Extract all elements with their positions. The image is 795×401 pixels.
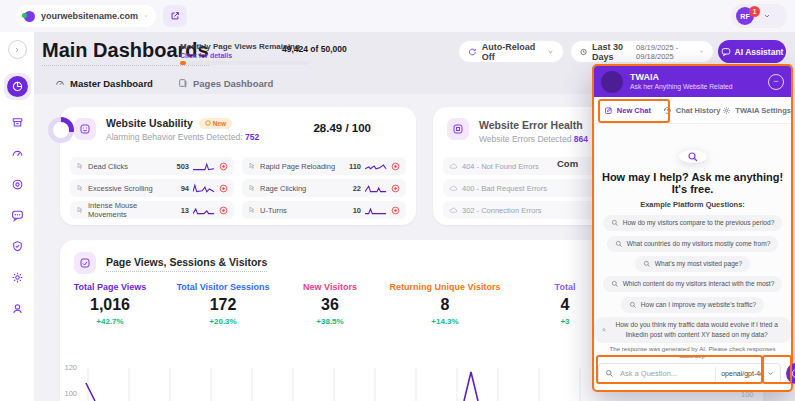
stat-change: +20.3% — [176, 317, 269, 326]
sidebar-item-archive[interactable] — [9, 114, 26, 131]
date-range-picker[interactable]: Last 30 Days 08/19/2025 - 09/18/2025 — [570, 40, 714, 63]
sidebar-item-speed[interactable] — [9, 145, 26, 162]
external-link-icon — [170, 11, 180, 21]
metric-row-u-turns: U-Turns 10 — [242, 201, 406, 219]
auto-reload-toggle[interactable]: Auto-Reload Off — [458, 40, 564, 63]
cursor-icon — [248, 184, 256, 192]
sidebar-toggle-button[interactable] — [8, 40, 27, 59]
question-input[interactable] — [618, 368, 711, 379]
error-subtitle: Website Errors Detected 864 — [479, 134, 588, 144]
chat-bubble-icon — [11, 209, 24, 222]
chevron-down-icon — [144, 12, 148, 20]
question-text: What countries do my visitors mostly com… — [627, 239, 771, 249]
metric-row-rage-clicking: Rage Clicking 22 — [242, 179, 406, 197]
twaia-chat-panel: TWAIA Ask her Anything Website Related −… — [592, 64, 793, 392]
question-chip[interactable]: How do my visitors compare to the previo… — [603, 215, 783, 231]
stat-returning-unique-visitors: Returning Unique Visitors 8 +14.3% — [390, 282, 501, 326]
metric-label: Excessive Scrolling — [88, 184, 177, 193]
sparkline — [365, 205, 387, 215]
tab-label: Pages Dashboard — [193, 78, 273, 89]
send-button[interactable] — [786, 363, 795, 384]
sidebar-item-feedback[interactable] — [9, 207, 26, 224]
traffic-card-icon — [74, 252, 96, 274]
stat-value: 4 — [555, 296, 576, 314]
tab-master-dashboard[interactable]: Master Dashboard — [55, 72, 153, 96]
quota-value: 49,424 of 50,000 — [282, 44, 347, 54]
tab-chat-history[interactable]: Chat History — [661, 106, 722, 115]
sidebar-item-visitors[interactable] — [9, 300, 26, 317]
errors-count: 864 — [574, 134, 588, 144]
ai-assistant-button[interactable]: AI Assistant — [718, 40, 786, 63]
events-count: 752 — [245, 132, 259, 142]
usability-card-icon — [74, 118, 96, 140]
gear-icon — [11, 271, 24, 284]
metric-value: 110 — [349, 162, 361, 171]
question-chip[interactable]: How can I improve my website's traffic? — [621, 297, 764, 313]
stat-label: Total — [555, 282, 576, 292]
history-icon — [663, 106, 672, 115]
question-chip[interactable]: What countries do my visitors mostly com… — [607, 236, 779, 252]
usability-score: 28.49 / 100 — [313, 122, 371, 134]
stat-total-visitor-sessions: Total Visitor Sessions 172 +20.3% — [176, 282, 269, 326]
pages-tab-icon — [178, 78, 188, 88]
chevron-right-icon — [13, 46, 21, 54]
sidebar-item-security[interactable] — [9, 238, 26, 255]
question-chip[interactable]: How do you think my traffic data would e… — [594, 317, 791, 343]
question-chip[interactable]: Which content do my visitors interact wi… — [603, 276, 783, 292]
view-recordings-icon[interactable] — [391, 184, 400, 193]
example-questions: How do my visitors compare to the previo… — [594, 215, 791, 343]
site-selector[interactable]: yourwebsitename.com — [16, 5, 156, 27]
sidebar-item-dashboards[interactable] — [4, 73, 31, 100]
question-text: How do you think my traffic data would e… — [611, 320, 784, 340]
metric-row-excessive-scrolling: Excessive Scrolling 94 — [70, 179, 234, 197]
question-chip[interactable]: What's my most visited page? — [635, 256, 750, 272]
question-text: Which content do my visitors interact wi… — [623, 279, 775, 289]
search-sparkle-icon — [629, 301, 637, 309]
chat-footer: The response was generated by AI. Please… — [594, 343, 791, 390]
chat-tabs: New Chat Chat History TWAIA Settings — [594, 97, 791, 124]
user-menu[interactable]: RF 1 — [731, 4, 787, 28]
model-name: openai/gpt-4o — [721, 370, 764, 377]
chevron-down-icon — [763, 12, 771, 20]
quota-details-link[interactable]: Click for details — [180, 52, 232, 59]
tab-new-chat[interactable]: New Chat — [594, 106, 661, 115]
examples-label: Example Platform Questions: — [640, 200, 745, 209]
metric-label: U-Turns — [260, 206, 349, 215]
sidebar-item-sessions[interactable] — [9, 176, 26, 193]
chevron-down-icon — [767, 370, 774, 377]
view-recordings-icon[interactable] — [219, 184, 228, 193]
clipped-tooltip-text: Com — [557, 158, 578, 169]
cloud-icon — [449, 184, 458, 192]
metric-label: Rapid Page Reloading — [260, 162, 345, 171]
search-sparkle-icon — [602, 326, 607, 334]
model-selector[interactable]: openai/gpt-4o — [715, 367, 774, 381]
clock-icon — [580, 47, 587, 57]
chevron-down-icon — [547, 48, 554, 56]
chat-tab-label: New Chat — [617, 106, 651, 115]
view-recordings-icon[interactable] — [219, 206, 228, 215]
sidebar-item-settings[interactable] — [9, 269, 26, 286]
view-recordings-icon[interactable] — [391, 206, 400, 215]
stat-value: 8 — [390, 296, 501, 314]
range-dates: 08/19/2025 - 09/18/2025 — [636, 43, 694, 61]
minimize-chat-button[interactable]: − — [768, 74, 784, 90]
metric-row-rapid-page-reloading: Rapid Page Reloading 110 — [242, 157, 406, 175]
sparkline — [193, 161, 215, 171]
tab-pages-dashboard[interactable]: Pages Dashboard — [178, 72, 273, 94]
open-site-button[interactable] — [163, 5, 187, 27]
stat-label: Total Visitor Sessions — [176, 282, 269, 292]
cursor-icon — [76, 206, 84, 214]
target-icon — [11, 178, 24, 191]
view-recordings-icon[interactable] — [391, 162, 400, 171]
send-arrow-icon — [791, 368, 795, 379]
view-recordings-icon[interactable] — [219, 162, 228, 171]
stat-value: 1,016 — [74, 296, 147, 314]
tab-twaia-settings[interactable]: TWAIA Settings — [722, 106, 791, 115]
stat-change: +3 — [555, 317, 576, 326]
archive-icon — [11, 116, 24, 129]
welcome-heading: How may I help? Ask me anything! It's fr… — [594, 171, 791, 195]
chat-input-wrap: openai/gpt-4o — [598, 363, 781, 384]
auto-reload-label: Auto-Reload Off — [482, 42, 542, 62]
metric-value: 13 — [181, 206, 189, 215]
chat-subtitle: Ask her Anything Website Related — [630, 83, 733, 91]
